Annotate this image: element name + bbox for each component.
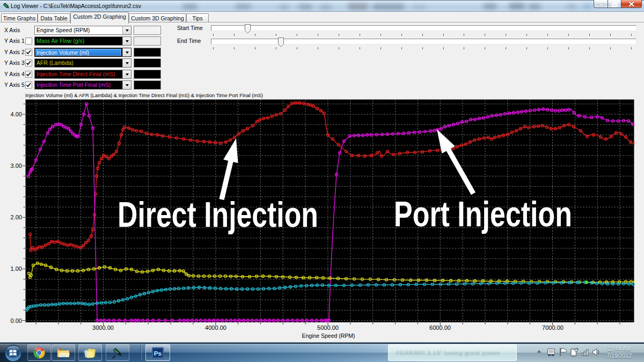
svg-text:3.00: 3.00 (11, 162, 22, 169)
svg-text:6000.00: 6000.00 (429, 324, 451, 331)
svg-text:Ps: Ps (154, 350, 162, 356)
svg-text:7000.00: 7000.00 (542, 324, 564, 331)
svg-text:4.00: 4.00 (11, 111, 22, 117)
svg-text:3000.00: 3000.00 (92, 324, 114, 331)
svg-text:5000.00: 5000.00 (317, 324, 339, 331)
svg-text:1.00: 1.00 (11, 265, 22, 272)
svg-text:Injection Volume (ml) & AFR (L: Injection Volume (ml) & AFR (Lambda) & I… (25, 92, 263, 98)
svg-text:2.00: 2.00 (11, 214, 22, 220)
svg-text:Port Injection: Port Injection (394, 194, 572, 234)
svg-text:Direct Injection: Direct Injection (118, 195, 318, 234)
svg-text:4000.00: 4000.00 (205, 324, 226, 331)
svg-text:Engine Speed (RPM): Engine Speed (RPM) (302, 333, 355, 339)
svg-text:0.00: 0.00 (11, 317, 22, 324)
